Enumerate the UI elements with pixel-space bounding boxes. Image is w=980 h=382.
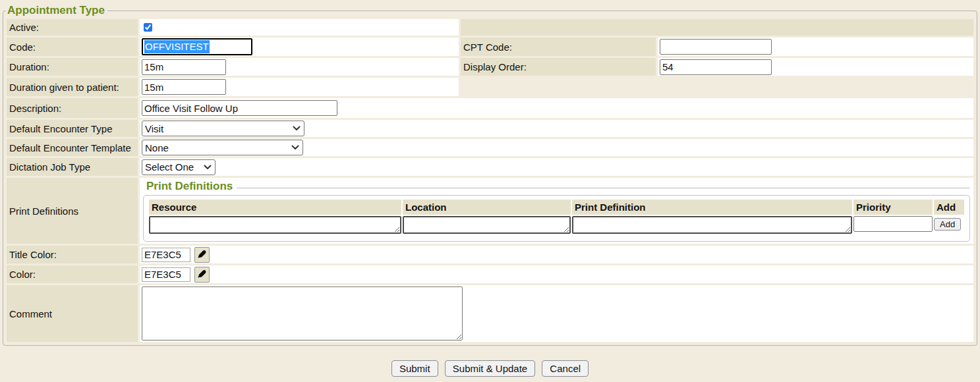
comment-cell — [140, 285, 973, 342]
duration-label: Duration: — [7, 58, 138, 76]
dictation-job-type-label: Dictation Job Type — [7, 158, 138, 176]
color-label: Color: — [7, 265, 138, 283]
print-definitions-label: Print Definitions — [7, 178, 138, 244]
color-cell — [140, 265, 973, 283]
row-title-color: Title Color: — [7, 246, 973, 263]
row-comment: Comment — [7, 285, 973, 342]
default-encounter-type-select[interactable]: Visit — [142, 121, 304, 136]
print-definitions-legend-line — [237, 188, 970, 188]
display-order-input[interactable] — [660, 59, 772, 75]
description-input[interactable] — [142, 100, 337, 116]
default-encounter-template-label: Default Encounter Template — [7, 139, 138, 156]
appointment-type-legend: Appointment Type — [6, 4, 107, 17]
chevron-down-icon — [291, 145, 299, 150]
active-checkbox[interactable] — [144, 23, 152, 32]
eyedropper-icon — [197, 268, 207, 281]
eyedropper-icon — [197, 248, 207, 261]
print-definitions-cell: Print Definitions Resource Location Prin… — [140, 178, 973, 244]
row-print-definitions: Print Definitions Print Definitions — [7, 178, 973, 244]
description-label: Description: — [7, 98, 138, 118]
print-definitions-input-row: Add — [149, 216, 964, 236]
row-description: Description: — [7, 98, 973, 118]
cancel-button[interactable]: Cancel — [542, 360, 589, 377]
print-definition-input[interactable] — [572, 216, 852, 234]
comment-textarea[interactable] — [142, 286, 463, 341]
print-definitions-table: Resource Location Print Definition Prior… — [148, 198, 966, 237]
resource-cell — [149, 216, 401, 236]
title-color-cell — [140, 246, 973, 263]
appointment-type-fieldset: Appointment Type Active: Code: OFFVISITE… — [3, 4, 977, 346]
print-definitions-header-row: Resource Location Print Definition Prior… — [149, 200, 964, 215]
default-encounter-type-selected: Visit — [145, 123, 163, 134]
comment-label: Comment — [7, 285, 138, 342]
row-default-encounter-template: Default Encounter Template None — [7, 139, 973, 156]
add-cell: Add — [934, 216, 964, 236]
display-order-value-cell — [658, 58, 973, 76]
print-definition-cell — [572, 216, 852, 236]
default-encounter-type-label: Default Encounter Type — [7, 120, 138, 137]
row-dictation-job-type: Dictation Job Type Select One — [7, 158, 973, 176]
row-color: Color: — [7, 265, 973, 283]
title-color-picker-button[interactable] — [194, 247, 210, 263]
description-value-cell — [140, 98, 973, 118]
dictation-job-type-cell: Select One — [140, 158, 973, 176]
row-code: Code: OFFVISITEST CPT Code: — [7, 38, 973, 56]
row-duration-patient: Duration given to patient: — [7, 78, 973, 96]
print-definitions-legend: Print Definitions — [143, 179, 237, 193]
active-label: Active: — [7, 19, 138, 36]
location-input[interactable] — [403, 216, 571, 234]
row-active: Active: — [7, 19, 973, 36]
duration-value-cell — [140, 58, 459, 76]
column-header-resource: Resource — [149, 200, 401, 215]
duration-patient-value-cell — [140, 78, 459, 96]
title-color-label: Title Color: — [7, 246, 138, 263]
title-color-input[interactable] — [142, 248, 190, 262]
dictation-job-type-select[interactable]: Select One — [142, 159, 216, 175]
default-encounter-template-selected: None — [145, 142, 169, 153]
duration-patient-row-filler — [461, 78, 973, 96]
cpt-code-label: CPT Code: — [461, 38, 656, 56]
color-input[interactable] — [142, 267, 190, 282]
column-header-print-definition: Print Definition — [572, 200, 852, 215]
priority-cell — [853, 216, 933, 236]
duration-input[interactable] — [142, 59, 226, 75]
duration-patient-input[interactable] — [142, 79, 226, 95]
row-default-encounter-type: Default Encounter Type Visit — [7, 120, 973, 137]
print-definitions-section: Print Definitions Resource Location Prin… — [142, 178, 971, 243]
color-picker-button[interactable] — [194, 267, 210, 283]
code-label: Code: — [7, 38, 138, 56]
default-encounter-type-cell: Visit — [140, 120, 973, 137]
priority-input[interactable] — [853, 216, 933, 232]
column-header-priority: Priority — [853, 200, 933, 215]
print-definitions-box: Resource Location Print Definition Prior… — [143, 195, 970, 242]
resource-input[interactable] — [149, 216, 401, 234]
column-header-location: Location — [403, 200, 571, 215]
add-button[interactable]: Add — [934, 218, 961, 231]
code-selected-text: OFFVISITEST — [144, 40, 210, 53]
default-encounter-template-select[interactable]: None — [142, 140, 303, 155]
chevron-down-icon — [204, 165, 212, 170]
print-definitions-legend-row: Print Definitions — [143, 179, 970, 193]
submit-update-button[interactable]: Submit & Update — [445, 360, 535, 377]
submit-button[interactable]: Submit — [391, 360, 438, 377]
dictation-job-type-selected: Select One — [145, 161, 194, 173]
row-duration: Duration: Display Order: — [7, 58, 973, 76]
active-row-filler — [461, 19, 973, 36]
display-order-label: Display Order: — [461, 58, 656, 76]
code-value-cell: OFFVISITEST — [140, 38, 459, 56]
location-cell — [403, 216, 571, 236]
active-value-cell — [140, 19, 459, 36]
footer-button-bar: Submit Submit & Update Cancel — [0, 360, 980, 377]
appointment-type-form-table: Active: Code: OFFVISITEST CPT Code: Dura… — [5, 17, 975, 344]
column-header-add: Add — [934, 200, 964, 215]
duration-patient-label: Duration given to patient: — [7, 78, 138, 96]
cpt-code-input[interactable] — [660, 39, 772, 55]
default-encounter-template-cell: None — [140, 139, 973, 156]
chevron-down-icon — [293, 126, 301, 131]
cpt-code-value-cell — [658, 38, 973, 56]
code-input[interactable]: OFFVISITEST — [142, 38, 252, 55]
